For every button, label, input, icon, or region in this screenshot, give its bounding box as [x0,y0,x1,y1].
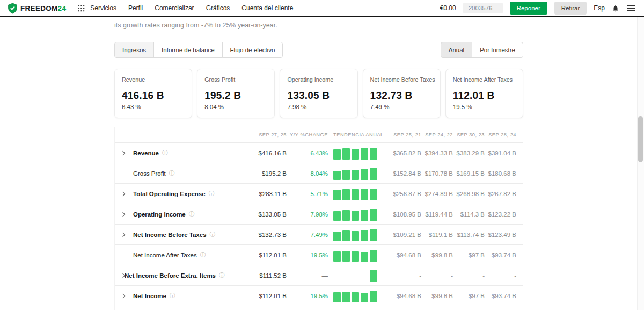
statement-tabs: IngresosInforme de balanceFlujo de efect… [114,42,283,58]
tab-informe-de-balance[interactable]: Informe de balance [153,42,222,58]
trend-bar [352,251,359,262]
row-label-cell: Net Income Before Taxesⓘ [121,231,224,239]
row-label: Revenue [133,150,159,156]
trend-bar [361,210,368,221]
nav-item-servicios[interactable]: Servicios [90,4,116,12]
nav-item-comercializar[interactable]: Comercializar [155,4,194,12]
trend-bar [361,252,368,262]
expand-chevron-icon[interactable] [121,233,133,236]
info-icon: ⓘ [170,292,175,300]
expand-chevron-icon[interactable] [121,213,133,216]
deposit-button[interactable]: Reponer [510,2,547,15]
cash-balance: €0.00 [440,4,456,12]
expand-chevron-icon[interactable] [121,152,133,155]
table-row-operating-income[interactable]: Operating Incomeⓘ$133.05 B7.98%$108.95 B… [115,204,523,224]
history-value: $256.87 B [390,191,421,197]
history-value: $274.89 B [421,191,453,197]
row-label-cell: Total Operating Expenseⓘ [121,190,224,198]
notifications-bell-icon[interactable] [612,4,619,12]
nav-item-gr-ficos[interactable]: Gráficos [206,4,230,12]
summary-card-net-income-after-taxes: Net Income After Taxes112.01 B19.5 % [445,69,523,118]
scrollbar-thumb[interactable] [638,116,643,162]
history-value: - [421,272,453,279]
history-value: $113.74 B [453,232,485,238]
column-header-yoy: Y/Y %CHANGE [287,132,328,138]
tab-flujo-de-efectivo[interactable]: Flujo de efectivo [222,42,283,58]
trend-bar [370,229,377,241]
card-title: Net Income Before Taxes [370,76,433,83]
trend-bar [342,148,350,160]
tab-por-trimestre[interactable]: Por trimestre [472,42,523,58]
nav-item-cuenta-del-cliente[interactable]: Cuenta del cliente [241,4,293,12]
table-row-net-income-before-extra-items[interactable]: Net Income Before Extra. Itemsⓘ$111.52 B… [115,265,523,285]
yoy-change: — [287,272,328,279]
table-row[interactable] [115,306,523,310]
expand-chevron-icon[interactable] [121,294,133,298]
row-label-cell: Net Income Before Extra. Itemsⓘ [121,272,224,279]
period-tabs: AnualPor trimestre [441,42,523,58]
current-value: $133.05 B [224,211,287,218]
summary-card-net-income-before-taxes: Net Income Before Taxes132.73 B7.49 % [363,69,441,118]
row-label-cell: Operating Incomeⓘ [121,211,224,218]
card-value: 132.73 B [370,90,433,102]
brand-name: FREEDOM24 [20,4,66,12]
row-label: Net Income Before Taxes [133,232,207,238]
apps-grid-icon[interactable] [78,5,85,12]
history-value: $94.68 B [390,293,421,299]
trend-bar [370,250,377,262]
summary-card-revenue: Revenue416.16 B6.43 % [114,69,192,118]
tab-anual[interactable]: Anual [441,42,472,58]
table-row-net-income-before-taxes[interactable]: Net Income Before Taxesⓘ$132.73 B7.49%$1… [115,224,523,244]
info-icon: ⓘ [219,272,225,279]
tabs-row: IngresosInforme de balanceFlujo de efect… [114,42,523,58]
tab-ingresos[interactable]: Ingresos [114,42,154,58]
history-value: - [485,272,516,279]
account-number-field[interactable]: 2003576 [463,3,503,13]
yoy-change: 19.5% [287,252,328,258]
trend-bar [352,189,359,200]
nav-item-perfil[interactable]: Perfil [128,4,143,12]
column-header-sep-25-21: SEP 25, 21 [390,132,421,138]
description-text: its growth rates ranging from -7% to 25%… [114,21,523,29]
card-change: 19.5 % [453,104,516,110]
table-row-total-operating-expense[interactable]: Total Operating Expenseⓘ$283.11 B5.71%$2… [115,183,523,204]
trend-bar [352,170,359,180]
row-label: Total Operating Expense [133,191,206,197]
current-value: $111.52 B [224,272,287,279]
trend-bar [342,210,350,221]
current-value: $416.16 B [224,150,287,156]
withdraw-button[interactable]: Retirar [554,2,587,15]
trend-bar [370,209,377,221]
trend-bar [333,232,341,241]
language-selector[interactable]: Esp [594,4,605,12]
freedom24-logo[interactable]: FREEDOM24 [8,3,66,14]
main-nav: ServiciosPerfilComercializarGráficosCuen… [90,4,293,12]
table-row-gross-profit[interactable]: Gross Profitⓘ$195.2 B8.04%$152.84 B$170.… [115,163,523,183]
row-label: Gross Profit [133,170,166,177]
trend-bar [361,293,368,302]
history-value: $391.04 B [485,150,516,156]
expand-chevron-icon[interactable] [121,192,133,196]
history-value: - [453,272,485,279]
history-value: $123.49 B [485,232,516,238]
trend-bar [361,189,368,200]
history-value: $268.98 B [453,191,485,197]
card-title: Revenue [122,76,185,83]
trend-bars [328,249,390,262]
current-value: $112.01 B [224,252,287,258]
trend-bar [361,148,368,160]
menu-hamburger-icon[interactable] [626,3,636,13]
row-label: Operating Income [133,211,186,218]
table-row-revenue[interactable]: Revenueⓘ$416.16 B6.43%$365.82 B$394.33 B… [115,142,523,163]
expand-chevron-icon[interactable] [121,274,125,277]
history-value: $99.8 B [421,293,453,299]
table-row-net-income[interactable]: Net Incomeⓘ$112.01 B19.5%$94.68 B$99.8 B… [115,285,523,306]
trend-bar [352,149,359,160]
history-value: $394.33 B [421,150,453,156]
table-row-net-income-after-taxes[interactable]: Net Income After Taxesⓘ$112.01 B19.5%$94… [115,244,523,265]
summary-cards: Revenue416.16 B6.43 %Gross Profit195.2 B… [114,69,523,118]
scrollbar-track[interactable] [637,17,644,310]
history-value: $108.95 B [390,211,421,218]
history-value: - [390,272,421,279]
column-header-trend: TENDENCIA ANUAL [328,132,390,138]
